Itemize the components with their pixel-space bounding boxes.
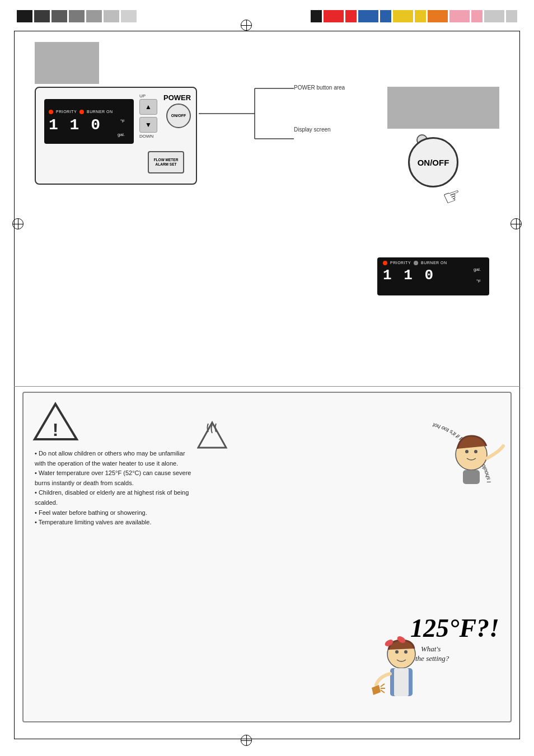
border-left [14,31,15,739]
svg-line-21 [381,690,385,693]
divider-line [14,386,520,387]
svg-point-9 [465,450,469,453]
unit-gal: gal. [118,132,125,137]
curved-warning-text: I should have checked if it's too hot [368,396,508,491]
pointer-line-svg [199,83,299,150]
flow-meter-button[interactable]: FLOW METERALARM SET [148,151,184,173]
cdr-led1-label: PRIORITY [390,261,411,265]
led2-label: BURNER ON [87,110,113,114]
warning-line-7: • Feel water before bathing or showering… [35,508,219,518]
gray-section-box [35,42,99,84]
whats-setting-character: What's the setting? [371,632,499,713]
led1-label: PRIORITY [56,110,77,114]
cdr-unit-temp: °F [476,279,481,284]
warning-line-6: scalded. [35,498,219,508]
reg-mark-bottom [241,735,252,746]
up-button[interactable]: ▲ [139,99,157,115]
warning-text-area: • Do not allow children or others who ma… [35,449,219,528]
border-top [14,31,520,31]
cdr-digits: 1 1 0 [383,267,435,284]
warning-line-2: with the operation of the water heater t… [35,459,219,469]
onoff-big-label: ON/OFF [418,158,449,167]
reg-mark-top-left [241,20,252,31]
led1 [49,110,53,114]
svg-text:the setting?: the setting? [415,654,449,663]
gray-section-box-right [387,87,499,129]
cdr-led1 [383,261,387,265]
onoff-big-button[interactable]: ON/OFF [408,137,458,187]
warning-line-5: • Children, disabled or elderly are at h… [35,488,219,498]
down-button[interactable]: ▼ [139,117,157,133]
power-onoff-button[interactable]: ON/OFF [166,104,191,128]
svg-rect-11 [463,470,480,484]
reg-mark-middle-left [12,218,24,229]
svg-point-13 [395,650,399,654]
reg-mark-middle-right [510,218,522,229]
cdr-led2 [414,261,418,265]
top-color-bar-right [311,10,517,22]
screen-digits: 1 1 0 [49,116,101,134]
led2 [79,110,84,114]
warning-line-4: burns instantly or death from scalds. [35,478,219,489]
top-color-bar-left [17,10,137,22]
controller-display-right: PRIORITY BURNER ON 1 1 0 gal. °F [377,257,489,295]
warning-line-3: • Water temperature over 125°F (52°C) ca… [35,468,219,478]
controller-box: PRIORITY BURNER ON 1 1 0 gal. °F UP ▲ ▼ … [35,87,197,185]
svg-rect-18 [394,668,409,696]
svg-text:!: ! [53,420,59,440]
border-right [519,31,520,739]
section-callout-1: POWER button area [294,84,345,92]
svg-point-14 [404,650,407,654]
cdr-led2-label: BURNER ON [421,261,447,265]
svg-point-10 [474,450,477,453]
cdr-unit-gal: gal. [474,267,481,272]
power-label: POWER [163,93,191,102]
border-bottom [14,739,520,739]
unit-temp: °F [120,119,125,124]
hand-cursor-icon: ☞ [440,182,465,210]
controller-screen: PRIORITY BURNER ON 1 1 0 gal. °F [44,99,134,144]
section-callout-2: Display screen [294,126,331,134]
warning-line-8: • Temperature limiting valves are availa… [35,518,219,528]
warning-section-box: ! I should have checked if it's too hot [22,392,512,722]
warning-line-1: • Do not allow children or others who ma… [35,449,219,459]
svg-line-19 [381,684,385,687]
warning-triangle-large: ! [32,401,79,445]
up-label: UP [139,93,146,98]
svg-text:What's: What's [421,645,441,653]
down-label: DOWN [139,134,153,139]
